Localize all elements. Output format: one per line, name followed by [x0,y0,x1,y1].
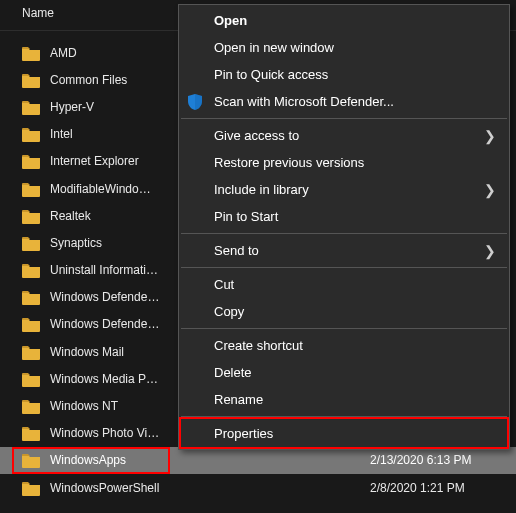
folder-date: 2/13/2020 6:13 PM [370,453,471,467]
menu-send-to[interactable]: Send to ❯ [180,237,508,264]
folder-icon [22,99,40,115]
column-name: Name [22,6,54,20]
folder-row[interactable]: WindowsPowerShell2/8/2020 1:21 PM [0,474,516,501]
folder-icon [22,344,40,360]
folder-icon [22,208,40,224]
chevron-right-icon: ❯ [484,182,496,198]
menu-cut[interactable]: Cut [180,271,508,298]
folder-icon [22,235,40,251]
folder-label: Windows Defende… [50,290,159,304]
folder-label: Windows Photo Vi… [50,426,159,440]
menu-copy[interactable]: Copy [180,298,508,325]
menu-create-shortcut[interactable]: Create shortcut [180,332,508,359]
folder-label: WindowsApps [50,453,126,467]
defender-shield-icon [186,93,204,111]
menu-separator [181,233,507,234]
menu-separator [181,118,507,119]
folder-icon [22,452,40,468]
folder-date: 2/8/2020 1:21 PM [370,481,465,495]
menu-scan-defender[interactable]: Scan with Microsoft Defender... [180,88,508,115]
folder-icon [22,72,40,88]
folder-icon [22,289,40,305]
folder-row[interactable]: WindowsApps2/13/2020 6:13 PM [0,447,516,474]
folder-label: Hyper-V [50,100,94,114]
folder-icon [22,181,40,197]
menu-give-access-to[interactable]: Give access to ❯ [180,122,508,149]
folder-icon [22,153,40,169]
folder-label: Windows NT [50,399,118,413]
folder-label: Synaptics [50,236,102,250]
folder-icon [22,425,40,441]
folder-label: WindowsPowerShell [50,481,159,495]
menu-properties[interactable]: Properties [180,420,508,447]
folder-label: Windows Mail [50,345,124,359]
folder-icon [22,371,40,387]
folder-label: Realtek [50,209,91,223]
folder-label: Windows Defende… [50,317,159,331]
menu-restore-previous-versions[interactable]: Restore previous versions [180,149,508,176]
menu-open-new-window[interactable]: Open in new window [180,34,508,61]
menu-pin-to-start[interactable]: Pin to Start [180,203,508,230]
folder-label: Internet Explorer [50,154,139,168]
folder-icon [22,398,40,414]
folder-label: AMD [50,46,77,60]
menu-open[interactable]: Open [180,7,508,34]
folder-label: ModifiableWindo… [50,182,151,196]
folder-icon [22,45,40,61]
menu-include-in-library[interactable]: Include in library ❯ [180,176,508,203]
menu-pin-quick-access[interactable]: Pin to Quick access [180,61,508,88]
folder-label: Uninstall Informati… [50,263,158,277]
menu-separator [181,328,507,329]
folder-icon [22,480,40,496]
menu-separator [181,416,507,417]
chevron-right-icon: ❯ [484,128,496,144]
menu-separator [181,267,507,268]
context-menu: Open Open in new window Pin to Quick acc… [178,4,510,450]
menu-rename[interactable]: Rename [180,386,508,413]
folder-icon [22,262,40,278]
chevron-right-icon: ❯ [484,243,496,259]
folder-icon [22,316,40,332]
folder-label: Intel [50,127,73,141]
folder-label: Windows Media P… [50,372,158,386]
folder-icon [22,126,40,142]
menu-delete[interactable]: Delete [180,359,508,386]
folder-label: Common Files [50,73,127,87]
